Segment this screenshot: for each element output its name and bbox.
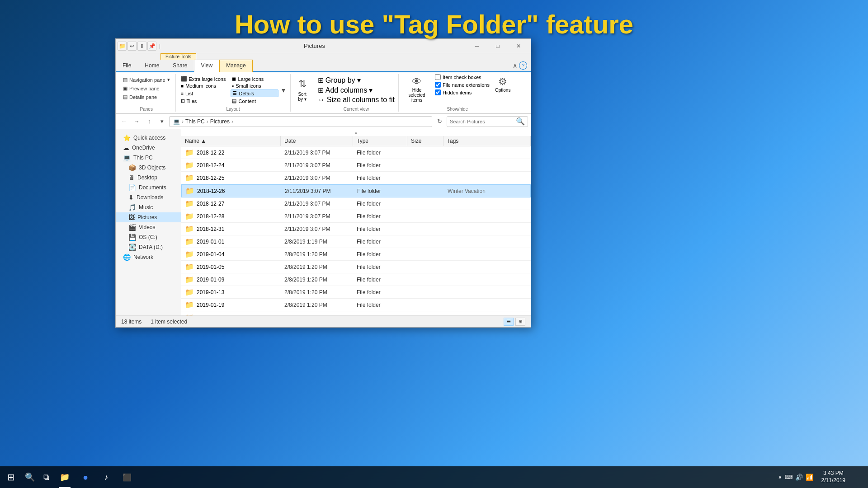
sidebar-item-onedrive[interactable]: ☁ OneDrive — [116, 143, 181, 153]
preview-pane-btn[interactable]: ▣ Preview pane — [121, 84, 161, 92]
file-row[interactable]: 📁2019-01-052/8/2019 1:20 PMFile folder — [181, 261, 531, 273]
up-button[interactable]: ↑ — [144, 116, 155, 127]
tray-arrow-icon[interactable]: ∧ — [778, 474, 782, 480]
up-icon-tb[interactable]: ⬆ — [137, 42, 146, 51]
forward-button[interactable]: → — [131, 116, 142, 127]
header-date[interactable]: Date — [281, 136, 353, 146]
file-row[interactable]: 📁2018-12-252/11/2019 3:07 PMFile folder — [181, 172, 531, 184]
taskbar-task-view[interactable]: ⧉ — [38, 466, 54, 488]
sidebar-item-pictures[interactable]: 🖼 Pictures — [116, 212, 181, 222]
taskbar-clock[interactable]: 3:43 PM 2/11/2019 — [818, 470, 849, 484]
minimize-button[interactable]: ─ — [467, 39, 487, 53]
sidebar-item-this-pc[interactable]: 💻 This PC — [116, 153, 181, 163]
layout-medium[interactable]: ■Medium icons — [179, 83, 227, 89]
tab-view[interactable]: View — [194, 60, 219, 72]
refresh-button[interactable]: ↻ — [434, 116, 445, 127]
sidebar-item-data-d[interactable]: 💽 DATA (D:) — [116, 242, 181, 252]
layout-small[interactable]: ▪Small icons — [231, 83, 278, 89]
tab-manage[interactable]: Manage — [219, 60, 252, 72]
large-icons-view-btn[interactable]: ⊞ — [515, 318, 525, 326]
file-row[interactable]: 📁2018-12-272/11/2019 3:07 PMFile folder — [181, 197, 531, 210]
details-pane-btn[interactable]: ▤ Details pane — [121, 93, 159, 101]
file-row[interactable]: 📁2018-12-242/11/2019 3:07 PMFile folder — [181, 159, 531, 172]
file-cell-name: 📁2018-12-28 — [181, 210, 281, 222]
sidebar-item-os-c[interactable]: 💾 OS (C:) — [116, 232, 181, 242]
file-row[interactable]: 📁2019-01-012/8/2019 1:19 PMFile folder — [181, 235, 531, 248]
file-row[interactable]: 📁2019-01-132/8/2019 1:20 PMFile folder — [181, 286, 531, 299]
hidden-items-cb[interactable]: Hidden items — [435, 89, 490, 95]
undo-icon-tb[interactable]: ↩ — [127, 42, 137, 51]
sidebar-item-network[interactable]: 🌐 Network — [116, 252, 181, 262]
layout-list[interactable]: ≡List — [179, 89, 227, 97]
tray-network-icon[interactable]: 📶 — [806, 474, 813, 481]
header-name[interactable]: Name ▲ — [181, 136, 281, 146]
file-row[interactable]: 📁2018-12-262/11/2019 3:07 PMFile folderW… — [181, 184, 531, 197]
header-type[interactable]: Type — [353, 136, 407, 146]
sidebar-item-quick-access[interactable]: ⭐ Quick access — [116, 133, 181, 143]
header-tags[interactable]: Tags — [443, 136, 531, 146]
item-check-boxes-cb[interactable]: Item check boxes — [435, 74, 490, 80]
file-row[interactable]: 📁2019-01-092/8/2019 1:20 PMFile folder — [181, 273, 531, 286]
sidebar-item-downloads[interactable]: ⬇ Downloads — [116, 192, 181, 202]
file-name-ext-cb[interactable]: File name extensions — [435, 82, 490, 88]
taskbar-cmd[interactable]: ⬛ — [117, 466, 137, 488]
hidden-items-input[interactable] — [435, 89, 441, 95]
sidebar-item-music[interactable]: 🎵 Music — [116, 202, 181, 212]
folder-icon-tb[interactable]: 📁 — [118, 42, 127, 51]
header-size[interactable]: Size — [407, 136, 443, 146]
size-columns-btn[interactable]: ↔ Size all columns to fit — [318, 96, 395, 104]
documents-label: Documents — [139, 184, 166, 191]
layout-details[interactable]: ☰Details — [231, 89, 278, 97]
start-button[interactable]: ⊞ — [0, 466, 22, 488]
taskbar-search[interactable]: 🔍 — [22, 466, 38, 488]
ribbon-section-current-view: ⊞ Group by ▾ ⊞ Add columns ▾ ↔ Size all … — [314, 74, 399, 112]
maximize-button[interactable]: □ — [487, 39, 508, 53]
file-row[interactable]: 📁2019-01-042/8/2019 1:20 PMFile folder — [181, 248, 531, 261]
main-area: ⭐ Quick access ☁ OneDrive 💻 This PC 📦 3D… — [116, 129, 531, 315]
options-btn[interactable]: ⚙ Options — [493, 74, 512, 94]
sort-btn[interactable]: ⇅ Sortby ▾ — [294, 76, 310, 103]
tray-volume-icon[interactable]: 🔊 — [795, 474, 803, 481]
file-row[interactable]: 📁2018-12-312/11/2019 3:07 PMFile folder — [181, 223, 531, 235]
back-button[interactable]: ← — [118, 116, 129, 127]
help-icon[interactable]: ? — [519, 61, 527, 70]
close-button[interactable]: ✕ — [508, 39, 529, 53]
sidebar-item-3d-objects[interactable]: 📦 3D Objects — [116, 163, 181, 173]
file-name-ext-input[interactable] — [435, 82, 441, 88]
file-row[interactable]: 📁2019-01-192/8/2019 1:20 PMFile folder — [181, 299, 531, 311]
layout-content[interactable]: ▤Content — [231, 98, 278, 104]
taskbar-groove[interactable]: ♪ — [96, 466, 117, 488]
details-view-btn[interactable]: ☰ — [504, 318, 514, 326]
tab-file[interactable]: File — [116, 60, 138, 71]
add-columns-btn[interactable]: ⊞ Add columns ▾ — [318, 86, 373, 94]
group-by-btn[interactable]: ⊞ Group by ▾ — [318, 76, 361, 84]
file-row[interactable]: 📁2018-12-282/11/2019 3:07 PMFile folder — [181, 210, 531, 223]
taskbar-file-explorer[interactable]: 📁 — [54, 466, 75, 488]
sidebar-item-documents[interactable]: 📄 Documents — [116, 183, 181, 192]
collapse-ribbon-icon[interactable]: ∧ — [513, 62, 517, 69]
path-pictures[interactable]: Pictures — [210, 118, 230, 125]
tab-home[interactable]: Home — [138, 60, 166, 71]
navigation-pane-btn[interactable]: ▤ Navigation pane ▾ — [121, 76, 172, 84]
address-path[interactable]: 💻 › This PC › Pictures › — [169, 116, 432, 127]
recent-locations-btn[interactable]: ▾ — [156, 116, 167, 127]
tray-keyboard-icon[interactable]: ⌨ — [785, 474, 793, 480]
tab-share[interactable]: Share — [166, 60, 194, 71]
layout-tiles[interactable]: ⊞Tiles — [179, 98, 227, 104]
pin-icon-tb[interactable]: 📌 — [147, 42, 156, 51]
show-desktop-btn[interactable] — [851, 466, 864, 488]
search-input[interactable] — [450, 119, 514, 124]
sidebar-item-desktop[interactable]: 🖥 Desktop — [116, 173, 181, 183]
path-this-pc[interactable]: This PC — [185, 118, 205, 125]
sidebar-item-videos[interactable]: 🎬 Videos — [116, 222, 181, 232]
layout-expand-btn[interactable]: ▾ — [280, 74, 287, 106]
item-check-boxes-input[interactable] — [435, 74, 441, 80]
hide-selected-btn[interactable]: 👁 Hide selected items — [402, 74, 431, 104]
search-box[interactable]: 🔍 — [447, 116, 528, 127]
taskbar-chrome[interactable]: ● — [75, 466, 96, 488]
layout-large[interactable]: ◼Large icons — [231, 75, 278, 82]
file-row[interactable]: 📁2019-01-262/8/2019 1:20 PMFile folderWi… — [181, 311, 531, 315]
file-cell-date: 2/8/2019 1:20 PM — [281, 262, 353, 272]
file-row[interactable]: 📁2018-12-222/11/2019 3:07 PMFile folder — [181, 146, 531, 159]
layout-extra-large[interactable]: ⬛Extra large icons — [179, 75, 227, 82]
